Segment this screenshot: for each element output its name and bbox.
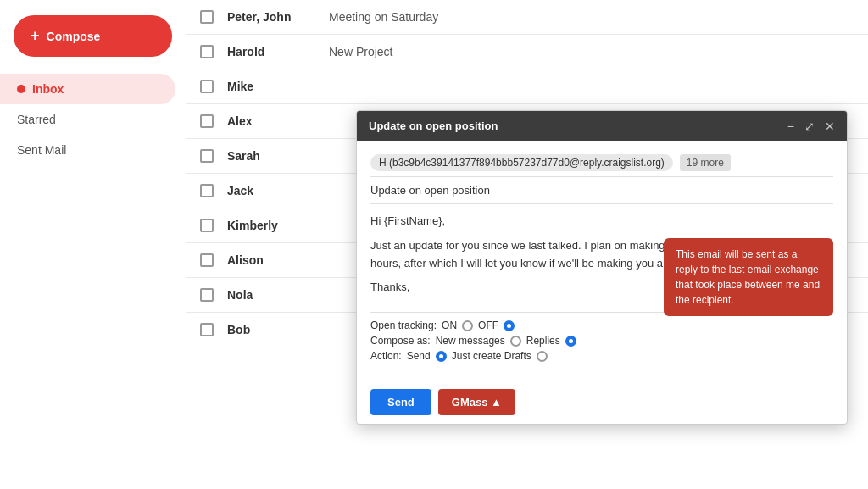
compose-as-option: Compose as: New messages Replies [370,335,833,347]
sender-name: Harold [227,45,329,58]
email-subject-field: Update on open position [370,184,490,197]
compose-as-replies-label: Replies [526,335,560,347]
recipient-row: H (b3c9b4c39141377f894bbb57237d77d0@repl… [370,149,833,177]
compose-button[interactable]: + Compose [14,15,172,57]
open-tracking-label: Open tracking: [370,320,437,331]
modal-footer: Send GMass ▲ [357,381,847,424]
row-checkbox[interactable] [200,149,214,163]
email-subject: New Project [329,45,854,58]
row-checkbox[interactable] [200,45,214,58]
open-tracking-option: Open tracking: ON OFF [370,320,833,331]
gmass-button[interactable]: GMass ▲ [438,389,515,415]
sidebar-item-starred[interactable]: Starred [0,104,175,135]
inbox-dot [17,85,25,93]
sender-name: Bob [227,323,329,336]
action-send-label: Send [407,350,431,362]
action-draft-label: Just create Drafts [452,350,531,362]
compose-as-label: Compose as: [370,335,431,347]
row-checkbox[interactable] [200,80,214,93]
action-label: Action: [370,350,402,362]
compose-as-new-radio[interactable] [510,336,521,347]
row-checkbox[interactable] [200,114,214,128]
sidebar-label-inbox: Inbox [32,82,64,96]
open-tracking-on-radio[interactable] [462,320,473,331]
email-body: Hi {FirstName}, Just an update for you s… [370,204,833,312]
compose-as-new-label: New messages [436,335,505,347]
row-checkbox[interactable] [200,323,214,336]
sender-name: Kimberly [227,219,329,232]
table-row[interactable]: Peter, John Meeting on Saturday [186,0,868,35]
compose-as-replies-radio[interactable] [565,336,576,347]
row-checkbox[interactable] [200,219,214,232]
compose-modal: Update on open position − ⤢ ✕ H (b3c9b4c… [356,110,848,425]
expand-button[interactable]: ⤢ [804,120,815,132]
row-checkbox[interactable] [200,184,214,197]
reply-tooltip: This email will be sent as a reply to th… [664,238,833,316]
more-recipients-badge[interactable]: 19 more [680,154,731,171]
close-button[interactable]: ✕ [825,120,835,132]
sender-name: Peter, John [227,10,329,24]
main-content: Peter, John Meeting on Saturday Harold N… [186,0,868,489]
sender-name: Alison [227,253,329,267]
email-subject: Meeting on Saturday [329,10,854,24]
sender-name: Nola [227,288,329,302]
action-option: Action: Send Just create Drafts [370,350,833,362]
open-tracking-off-radio[interactable] [504,320,515,331]
body-greeting: Hi {FirstName}, [370,213,833,231]
open-tracking-on-label: ON [442,320,457,331]
minimize-button[interactable]: − [787,120,794,132]
table-row[interactable]: Mike [186,69,868,104]
sender-name: Jack [227,184,329,197]
sidebar-item-sent[interactable]: Sent Mail [0,135,175,165]
action-draft-radio[interactable] [537,351,548,362]
recipient-email: H (b3c9b4c39141377f894bbb57237d77d0@repl… [370,154,673,171]
compose-label: Compose [47,30,101,43]
send-button[interactable]: Send [370,389,431,415]
options-section: Open tracking: ON OFF Compose as: New me… [370,312,833,372]
plus-icon: + [31,27,40,45]
sender-name: Sarah [227,149,329,163]
sidebar-label-sent: Sent Mail [17,143,66,157]
table-row[interactable]: Harold New Project [186,35,868,69]
action-send-radio[interactable] [436,351,447,362]
subject-row: Update on open position [370,177,833,204]
modal-controls: − ⤢ ✕ [787,120,835,132]
open-tracking-off-label: OFF [478,320,498,331]
sidebar: + Compose Inbox Starred Sent Mail [0,0,186,489]
sender-name: Alex [227,114,329,128]
sender-name: Mike [227,80,329,93]
row-checkbox[interactable] [200,253,214,267]
sidebar-item-inbox[interactable]: Inbox [0,74,175,104]
modal-title: Update on open position [369,119,498,132]
modal-body: H (b3c9b4c39141377f894bbb57237d77d0@repl… [357,141,847,381]
row-checkbox[interactable] [200,288,214,302]
sidebar-label-starred: Starred [17,113,56,126]
row-checkbox[interactable] [200,10,214,24]
sidebar-nav: Inbox Starred Sent Mail [0,74,186,165]
modal-header: Update on open position − ⤢ ✕ [357,111,847,141]
